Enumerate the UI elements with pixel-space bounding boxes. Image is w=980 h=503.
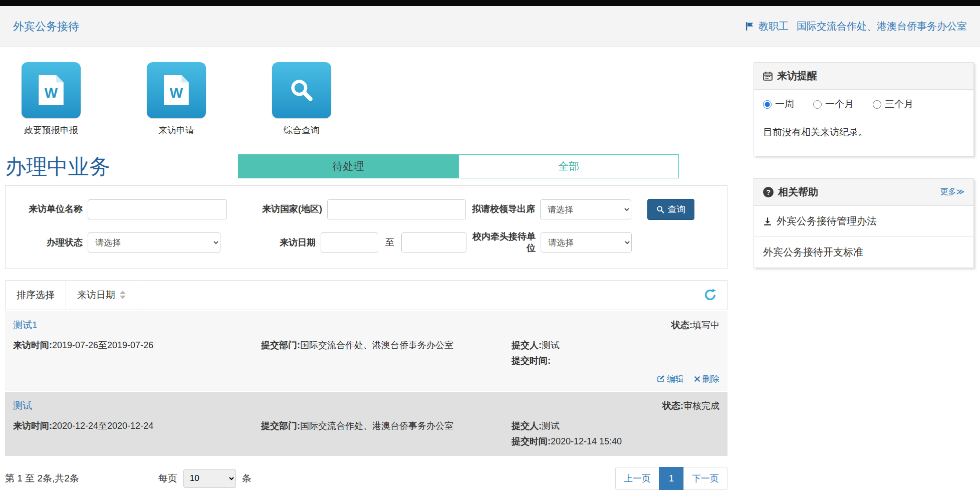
- current-page-button[interactable]: 1: [659, 467, 684, 490]
- word-doc-icon: W: [22, 62, 81, 118]
- list-header-spacer: [137, 281, 693, 310]
- page-title[interactable]: 外宾公务接待: [13, 19, 79, 34]
- status-filter-label: 办理状态: [14, 237, 88, 248]
- visit-reminder-header: 来访提醒: [754, 63, 973, 90]
- submitter-value: 测试: [542, 340, 560, 350]
- tab-all[interactable]: 全部: [458, 154, 679, 178]
- prev-page-button[interactable]: 上一页: [615, 467, 659, 490]
- visit-time-field: 来访时间:2020-12-24至2020-12-24: [13, 418, 261, 450]
- submit-dept-value: 国际交流合作处、港澳台侨事务办公室: [300, 421, 453, 431]
- visit-time-field: 来访时间:2019-07-26至2019-07-26: [13, 338, 261, 369]
- help-item-management-rules[interactable]: 外宾公务接待管理办法: [754, 206, 973, 237]
- sort-by-visit-date[interactable]: 来访日期: [66, 281, 137, 310]
- reminder-radio-1[interactable]: [813, 100, 822, 109]
- search-icon: [272, 62, 331, 118]
- submit-dept-value: 国际交流合作处、港澳台侨事务办公室: [300, 340, 453, 350]
- sort-field-label: 来访日期: [77, 289, 115, 302]
- x-icon: [694, 376, 700, 382]
- calendar-icon: [763, 71, 773, 81]
- submitter-row: 提交人:测试: [512, 338, 719, 354]
- visit-date-from-input[interactable]: [321, 232, 378, 253]
- flag-icon: [745, 22, 755, 31]
- search-button[interactable]: 查询: [647, 199, 694, 220]
- submitter-value: 测试: [542, 421, 560, 431]
- quick-action-visit-apply[interactable]: W 来访申请: [144, 62, 208, 136]
- visit-country-label: 来访国家(地区): [227, 203, 327, 215]
- item-detail-row: 来访时间:2019-07-26至2019-07-26 提交部门:国际交流合作处、…: [13, 338, 719, 369]
- reminder-option-week[interactable]: 一周: [763, 98, 794, 111]
- sort-select-label: 排序选择: [6, 281, 66, 310]
- reminder-radio-0[interactable]: [763, 100, 772, 109]
- visit-date-label: 来访日期: [220, 237, 321, 248]
- edit-label: 编辑: [667, 373, 684, 385]
- leader-attend-label: 拟请校领导出席: [466, 203, 540, 215]
- delete-link[interactable]: 删除: [694, 373, 719, 385]
- status-badge: 状态:审核完成: [662, 400, 719, 412]
- help-title: 相关帮助: [778, 185, 818, 199]
- user-info: 教职工 国际交流合作处、港澳台侨事务办公室: [745, 20, 967, 33]
- reminder-period-group: 一周 一个月 三个月: [763, 98, 964, 111]
- visit-time-label: 来访时间:: [13, 421, 52, 431]
- filter-box: 来访单位名称 来访国家(地区) 拟请校领导出席 请选择 查询 办理状态: [5, 185, 727, 269]
- per-page-select[interactable]: 10: [183, 469, 236, 488]
- host-unit-select[interactable]: 请选择: [541, 232, 632, 253]
- visit-time-value: 2020-12-24至2020-12-24: [52, 421, 153, 431]
- visit-unit-label: 来访单位名称: [14, 203, 88, 215]
- visit-reminder-title: 来访提醒: [777, 69, 817, 83]
- list-footer: 第 1 至 2条,共2条 每页 10 条 上一页 1 下一页: [5, 467, 727, 495]
- item-title-link[interactable]: 测试: [13, 399, 32, 412]
- list-item: 测试 状态:审核完成 来访时间:2020-12-24至2020-12-24 提交…: [5, 392, 727, 456]
- status-select[interactable]: 请选择: [88, 232, 220, 253]
- delete-label: 删除: [702, 373, 719, 385]
- reminder-radio-2[interactable]: [873, 100, 881, 109]
- refresh-button[interactable]: [693, 281, 727, 310]
- quick-action-query[interactable]: 综合查询: [270, 62, 334, 136]
- reminder-empty-text: 目前没有相关来访纪录。: [763, 126, 964, 139]
- record-count: 第 1 至 2条,共2条: [5, 472, 79, 485]
- status-value: 审核完成: [683, 401, 719, 411]
- help-item-label: 外宾公务接待开支标准: [763, 245, 863, 259]
- tab-pending[interactable]: 待处理: [238, 154, 458, 178]
- submit-info-field: 提交人:测试 提交时间:: [512, 338, 719, 369]
- visit-date-to-input[interactable]: [401, 232, 466, 253]
- reminder-option-quarter[interactable]: 三个月: [873, 98, 913, 111]
- svg-text:W: W: [170, 85, 183, 101]
- quick-actions: W 政要预报申报 W 来访申请: [19, 62, 727, 136]
- reminder-option-month[interactable]: 一个月: [813, 98, 854, 111]
- help-more-link[interactable]: 更多≫: [940, 187, 964, 197]
- submit-time-row: 提交时间:2020-12-14 15:40: [512, 434, 719, 450]
- help-panel: ? 相关帮助 更多≫ 外宾公务接待管理办法 外宾公务接待开支标准: [754, 178, 974, 268]
- submit-dept-field: 提交部门:国际交流合作处、港澳台侨事务办公室: [261, 418, 476, 450]
- item-title-link[interactable]: 测试1: [13, 319, 38, 332]
- item-top-row: 测试1 状态:填写中: [13, 319, 719, 332]
- filter-row-1: 来访单位名称 来访国家(地区) 拟请校领导出席 请选择 查询: [14, 199, 719, 220]
- item-top-row: 测试 状态:审核完成: [13, 399, 719, 412]
- page-body: W 政要预报申报 W 来访申请: [0, 47, 980, 495]
- search-button-label: 查询: [668, 203, 686, 215]
- quick-action-label: 政要预报申报: [24, 124, 78, 136]
- reminder-option-label: 三个月: [885, 98, 913, 111]
- per-page-control: 每页 10 条: [158, 469, 252, 488]
- section-title: 办理中业务: [5, 155, 238, 178]
- search-icon: [656, 205, 664, 213]
- visit-reminder-panel: 来访提醒 一周 一个月 三个月 目前没: [754, 62, 974, 156]
- submit-info-field: 提交人:测试 提交时间:2020-12-14 15:40: [512, 418, 719, 450]
- item-detail-row: 来访时间:2020-12-24至2020-12-24 提交部门:国际交流合作处、…: [13, 418, 719, 450]
- leader-attend-select[interactable]: 请选择: [540, 199, 631, 219]
- per-page-suffix: 条: [242, 472, 252, 485]
- help-header: ? 相关帮助 更多≫: [754, 179, 973, 206]
- visit-unit-input[interactable]: [88, 199, 227, 219]
- edit-link[interactable]: 编辑: [657, 373, 684, 385]
- help-item-expense-standard[interactable]: 外宾公务接待开支标准: [754, 237, 973, 268]
- browser-top-bar: [0, 0, 980, 6]
- help-item-label: 外宾公务接待管理办法: [777, 214, 877, 228]
- user-role[interactable]: 教职工: [759, 20, 789, 33]
- quick-action-policy-report[interactable]: W 政要预报申报: [19, 62, 83, 136]
- item-actions: 编辑 删除: [13, 373, 719, 385]
- word-doc-icon: W: [147, 62, 206, 118]
- visit-country-input[interactable]: [327, 199, 466, 219]
- next-page-button[interactable]: 下一页: [683, 467, 727, 490]
- host-unit-label: 校内牵头接待单位: [466, 231, 541, 255]
- user-department[interactable]: 国际交流合作处、港澳台侨事务办公室: [797, 20, 967, 33]
- sidebar: 来访提醒 一周 一个月 三个月 目前没: [754, 47, 974, 495]
